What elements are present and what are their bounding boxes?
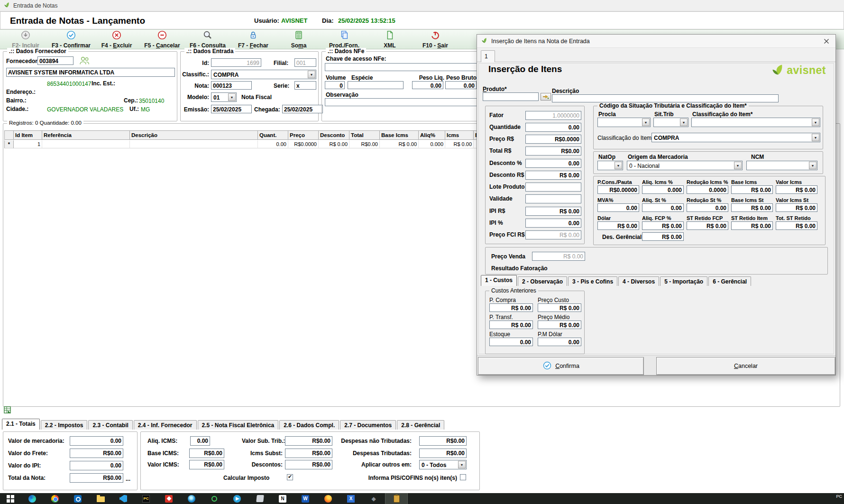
nota-input[interactable]: 000123 [211,81,252,90]
chevron-down-icon[interactable] [228,93,236,101]
tab-observacao[interactable]: 2 - Observação [518,276,567,286]
natop-select[interactable] [597,161,623,170]
tab-custos[interactable]: 1 - Custos [481,275,517,286]
tab-inf-fornecedor[interactable]: 2.4 - Inf. Fornecedor [134,420,197,430]
toolbar-confirmar-button[interactable]: F3 - Confirmar [48,30,94,49]
taskbar-red-app[interactable] [157,493,180,504]
tab-gerencial[interactable]: 2.8 - Gerêncial [397,420,444,430]
desconto-rs-input[interactable]: R$ 0.00 [525,171,581,180]
ipi-rs-input[interactable]: R$ 0.00 [525,207,581,216]
taskbar-word[interactable]: W [294,493,317,504]
pm-dolar-input[interactable]: 0.00 [538,338,581,346]
ipi-pct-input[interactable]: 0.00 [525,219,581,228]
validade-input[interactable] [525,194,581,203]
toolbar-xml-button[interactable]: XML [367,30,413,49]
taskbar-explorer[interactable] [89,493,112,504]
tab-nfe-eletronica[interactable]: 2.5 - Nota Fiscal Eletrônica [198,420,279,430]
chevron-down-icon[interactable] [308,71,315,78]
taskbar-photos[interactable] [248,493,271,504]
aliq-fcp-input[interactable]: R$ 0.00 [642,221,684,230]
emissao-input[interactable]: 25/02/2025 [211,105,252,113]
mva-input[interactable]: 0.00 [597,203,639,212]
ipi-total-input[interactable]: 0.00 [70,461,123,470]
grid-cell[interactable] [130,140,258,148]
toolbar-soma-button[interactable]: Soma [276,30,321,49]
taskbar-outlook[interactable] [66,493,89,504]
tot-st-retido-input[interactable]: R$ 0.00 [776,221,817,230]
cancelar-button[interactable]: Cancelar [656,357,835,375]
volume-input[interactable]: 0 [325,81,345,89]
reducao-st-input[interactable]: 0.00 [687,203,728,212]
st-retido-fcp-input[interactable]: R$ 0.00 [687,221,728,230]
descricao-input[interactable] [552,94,779,102]
desp-t-input[interactable]: R$0.00 [419,449,467,458]
preco-custo-input[interactable]: R$ 0.00 [538,303,581,312]
total-rs-input[interactable]: R$0.00 [525,147,581,156]
base-icms-total-input[interactable]: R$0.00 [189,449,224,458]
chevron-down-icon[interactable] [734,162,742,169]
product-lookup-icon[interactable] [541,93,551,101]
taskbar-pc-app[interactable]: PC [135,493,157,504]
desp-nt-input[interactable]: R$0.00 [419,436,467,446]
dialog-page-tab[interactable]: 1 [481,50,495,62]
quantidade-input[interactable]: 0.00 [525,123,581,132]
procla-select[interactable] [597,118,651,127]
des-gerencial-input[interactable]: R$ 0.00 [642,232,684,241]
confirma-button[interactable]: Confirma [478,357,644,375]
tab-documentos[interactable]: 2.7 - Documentos [340,420,396,430]
taskbar-edge[interactable] [21,493,44,504]
p-compra-input[interactable]: R$ 0.00 [489,303,533,312]
preco-rs-input[interactable]: R$0.0000 [525,135,581,144]
descontos-input[interactable]: R$0.00 [285,460,332,469]
chevron-down-icon[interactable] [812,119,819,126]
toolbar-excluir-button[interactable]: F4 - Excluir [94,30,139,49]
pis-cofins-checkbox[interactable] [460,474,466,480]
reducao-icms-input[interactable]: 0.0000 [687,185,728,194]
tab-gerencial-dialog[interactable]: 6 - Gerêncial [708,276,751,286]
calcular-imposto-checkbox[interactable] [287,474,293,480]
desconto-pct-input[interactable]: 0.00 [525,159,581,168]
chegada-input[interactable]: 25/02/2025 [282,105,323,113]
tab-totais[interactable]: 2.1 - Totais [2,419,40,430]
chevron-down-icon[interactable] [642,119,650,126]
sittrib-select[interactable] [653,118,688,127]
preco-medio-input[interactable]: R$ 0.00 [538,321,581,329]
tab-diversos[interactable]: 4 - Diversos [618,276,659,286]
taskbar-x-app[interactable]: X [339,493,362,504]
fator-input[interactable]: 1.0000000 [525,111,581,120]
grid-cell[interactable]: R$ 0.00 [445,140,474,148]
grid-cell[interactable]: R$0.00 [349,140,380,148]
grid-cell[interactable]: R$0.0000 [288,140,319,148]
taskbar-telegram[interactable] [226,493,248,504]
taskbar-firefox[interactable] [317,493,339,504]
chevron-down-icon[interactable] [680,119,688,126]
people-icon[interactable] [78,55,91,67]
peso-bruto-input[interactable]: 0.00 [445,81,477,89]
id-input[interactable]: 1699 [211,58,261,67]
grid-cell[interactable]: R$ 0.00 [380,140,419,148]
ncm-select[interactable] [746,161,817,170]
taskbar-notion[interactable]: N [271,493,294,504]
more-button[interactable]: ... [126,476,130,482]
aliq-icms-item-input[interactable]: 0.000 [642,185,684,194]
supplier-name-input[interactable]: AVISNET SYSTEM INFORMATICA LTDA [6,68,175,77]
tab-importacao[interactable]: 5 - Importação [660,276,707,286]
taskbar-active-app[interactable] [385,493,408,504]
pcons-pauta-input[interactable]: R$0.00000 [597,185,639,194]
estoque-input[interactable]: 0.00 [489,338,533,346]
classific-select[interactable]: COMPRA [211,70,316,79]
serie-input[interactable]: x [294,81,316,90]
toolbar-consulta-button[interactable]: F6 - Consulta [185,30,230,49]
base-icms-item-input[interactable]: R$ 0.00 [731,185,773,194]
grid-cell[interactable]: 1 [14,140,42,148]
export-excel-icon[interactable] [3,406,11,415]
chevron-down-icon[interactable] [458,461,466,468]
valor-icms-item-input[interactable]: R$ 0.00 [776,185,817,194]
taskbar-whatsapp[interactable] [203,493,226,504]
total-nota-input[interactable]: R$0.00 [70,473,123,483]
tab-impostos[interactable]: 2.2 - Impostos [41,420,88,430]
produto-input[interactable] [483,92,539,101]
toolbar-prodforn-button[interactable]: Prod./Forn. [321,30,367,49]
valor-icms-st-input[interactable]: R$ 0.00 [776,203,817,212]
classif2-select[interactable]: COMPRA [651,133,820,142]
